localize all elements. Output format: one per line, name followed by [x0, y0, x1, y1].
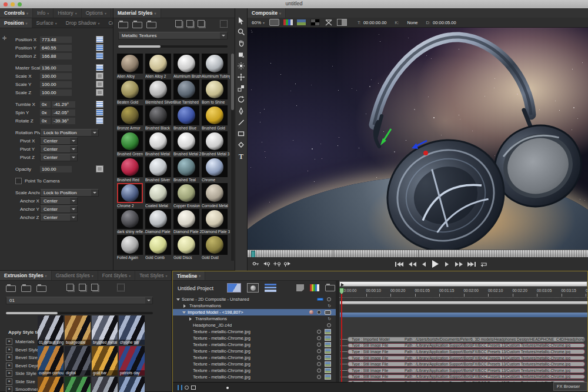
parameter-select[interactable]: Lock to Position — [40, 189, 99, 197]
fast-forward-button[interactable] — [454, 261, 463, 268]
image-icon[interactable] — [325, 361, 331, 367]
rotate-tool[interactable] — [236, 95, 246, 104]
revolutions-field[interactable]: 0x — [40, 109, 51, 116]
tab-composite[interactable]: Composite▾ — [104, 18, 113, 28]
material-thumbnail[interactable] — [145, 79, 171, 99]
key-icon[interactable] — [252, 261, 259, 267]
tree-row[interactable]: Texture - metallic-Chrome.jpg — [173, 335, 336, 341]
material-thumbnail[interactable] — [202, 157, 228, 177]
open-folder-icon[interactable] — [21, 285, 31, 292]
image-icon[interactable] — [325, 355, 331, 360]
material-scrollbar[interactable] — [231, 54, 234, 261]
step-forward-button[interactable] — [443, 261, 450, 268]
material-item[interactable]: Blue Tarnished — [173, 79, 202, 105]
closed-folder-icon[interactable] — [146, 22, 156, 28]
material-scrollbar-handle[interactable] — [231, 54, 234, 110]
tree-row[interactable]: Texture - metallic-Chrome.jpg — [173, 348, 336, 354]
refresh-icon[interactable]: ↻ — [328, 304, 331, 308]
image-icon[interactable] — [325, 374, 331, 380]
imported-model-track-bar[interactable] — [340, 313, 587, 317]
audio-toggle-icon[interactable] — [178, 385, 182, 390]
scale-tool[interactable] — [236, 84, 246, 92]
material-item[interactable]: Corroded Metal — [202, 183, 230, 209]
dot-icon[interactable] — [327, 297, 331, 301]
keyframe-toggle-icon[interactable] — [96, 64, 103, 71]
keyframe-toggle-icon[interactable] — [96, 36, 103, 43]
material-item[interactable]: Coated Metal — [145, 183, 173, 209]
track-bar[interactable]: Type : Still Image FilePath : /Library/A… — [348, 343, 585, 348]
tab-drop-shadow[interactable]: Drop Shadow▾ — [62, 18, 105, 28]
material-thumbnail[interactable] — [117, 79, 143, 99]
tab-composite[interactable]: Composite ▾ — [248, 8, 286, 18]
dot-icon[interactable] — [317, 375, 321, 379]
hscroll-handle[interactable] — [226, 387, 229, 389]
add-keyframe-icon[interactable] — [273, 261, 280, 267]
timeline-ruler[interactable]: 00:00:0000:00:1000:00:2000:01:0500:01:15… — [339, 288, 587, 298]
extrusion-thumbnail[interactable] — [38, 377, 64, 392]
new-folder-icon[interactable] — [6, 285, 16, 292]
line-tool[interactable] — [236, 118, 246, 127]
material-category-select[interactable]: Metallic Textures — [118, 32, 228, 39]
material-thumbnail[interactable] — [117, 209, 143, 229]
dot-icon[interactable] — [317, 362, 321, 366]
move-tool[interactable] — [236, 73, 246, 81]
material-item[interactable]: Aluminum Tubing — [202, 54, 230, 79]
material-thumbnail[interactable] — [145, 54, 171, 74]
value-field[interactable]: -42.05° — [52, 109, 75, 116]
apply-style-checkbox[interactable]: × — [6, 370, 12, 377]
material-item[interactable]: Brushed Black — [145, 105, 173, 131]
dot-icon[interactable] — [327, 323, 331, 327]
parameter-select[interactable]: Center — [40, 205, 78, 213]
material-item[interactable]: Brushed Metal — [145, 131, 173, 157]
jump-end-button[interactable] — [467, 261, 476, 268]
tab-info[interactable]: Info▾ — [33, 8, 54, 18]
checkerboard-icon[interactable] — [310, 19, 320, 26]
value-field[interactable]: 100.00 — [40, 81, 72, 88]
tab-position[interactable]: Position▾ — [0, 18, 32, 28]
material-item[interactable]: Brushed Metal 2 — [173, 131, 202, 157]
import-folder-icon[interactable] — [325, 285, 335, 291]
material-item[interactable]: Diamond Plate 3 — [202, 209, 230, 235]
parameter-select[interactable]: Center — [40, 197, 78, 205]
tree-row[interactable]: Texture - metallic-Chrome.jpg — [173, 374, 336, 380]
dot-icon[interactable] — [317, 343, 321, 347]
headphones-model[interactable] — [248, 28, 588, 250]
viewer-zoom-value[interactable]: 60% — [252, 20, 261, 25]
parameter-select[interactable]: Center — [40, 214, 78, 221]
new-folder-icon[interactable] — [118, 22, 128, 28]
tab-menu-icon[interactable]: ▾ — [155, 11, 156, 15]
tab-gradient-styles[interactable]: Gradient Styles▾ — [52, 271, 98, 280]
material-item[interactable]: Brushed Red — [117, 157, 145, 183]
extrusion-thumbnail[interactable]: gold bar — [92, 346, 118, 376]
tab-extrusion-styles[interactable]: Extrusion Styles▾ — [0, 271, 52, 280]
value-field[interactable]: 640.55 — [40, 45, 72, 51]
parameter-select[interactable]: Center — [40, 137, 78, 145]
keyframe-toggle-icon[interactable] — [96, 117, 103, 124]
extrusion-thumbnail[interactable]: brushed metal — [92, 315, 118, 345]
refresh-icon[interactable]: ↻ — [328, 317, 331, 321]
material-thumbnail[interactable] — [173, 235, 199, 255]
keyframe-toggle-icon[interactable] — [96, 81, 103, 88]
value-field[interactable]: 166.88 — [40, 53, 72, 59]
play-button[interactable] — [431, 260, 440, 268]
material-item[interactable]: Bronze Armor — [117, 105, 145, 131]
tab-options[interactable]: Options▾ — [82, 8, 111, 18]
extrusion-thumbnail[interactable]: bourgeoisie — [65, 315, 91, 345]
material-thumbnail[interactable] — [145, 209, 171, 229]
tab-surface[interactable]: Surface▾ — [32, 18, 62, 28]
material-thumbnail[interactable] — [117, 235, 143, 255]
swap-style-icon[interactable] — [91, 284, 98, 291]
material-thumbnail[interactable] — [173, 157, 199, 177]
value-field[interactable]: 100.00 — [40, 73, 72, 79]
composite-view-icon[interactable] — [227, 283, 241, 293]
dot-icon[interactable] — [317, 336, 321, 340]
extrusion-thumbnail[interactable] — [65, 377, 91, 392]
track-bar[interactable]: Type : Still Image FilePath : /Library/A… — [348, 356, 585, 361]
extrusion-thumbnail[interactable]: custom contour — [38, 346, 64, 376]
image-icon[interactable] — [325, 368, 331, 373]
material-item[interactable]: Brushed Silver — [145, 157, 173, 183]
material-item[interactable]: Gold Comb — [145, 235, 173, 261]
viewer-scrubber[interactable] — [248, 250, 588, 257]
closed-folder-icon[interactable] — [36, 285, 46, 292]
material-item[interactable]: Copper Erosion — [173, 183, 202, 209]
